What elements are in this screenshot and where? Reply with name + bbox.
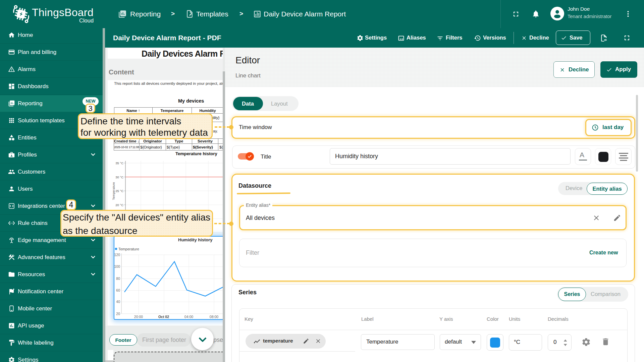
svg-text:40: 40 xyxy=(116,300,120,304)
svg-text:100: 100 xyxy=(114,264,120,268)
svg-text:30 °C: 30 °C xyxy=(115,175,123,179)
svg-text:20 °C: 20 °C xyxy=(115,203,123,207)
svg-text:Temperature: Temperature xyxy=(118,247,139,251)
svg-text:80: 80 xyxy=(116,276,120,280)
svg-text:04:00: 04:00 xyxy=(184,314,193,318)
svg-text:Oct 02: Oct 02 xyxy=(158,314,169,318)
svg-text:20: 20 xyxy=(116,311,120,315)
svg-text:25 °C: 25 °C xyxy=(115,189,123,193)
svg-text:20:00: 20:00 xyxy=(134,314,143,318)
svg-text:Temperature: Temperature xyxy=(112,182,115,200)
svg-text:08:00: 08:00 xyxy=(210,314,218,318)
svg-text:35 °C: 35 °C xyxy=(115,161,123,165)
svg-text:60: 60 xyxy=(116,288,120,292)
svg-text:120: 120 xyxy=(114,252,120,256)
